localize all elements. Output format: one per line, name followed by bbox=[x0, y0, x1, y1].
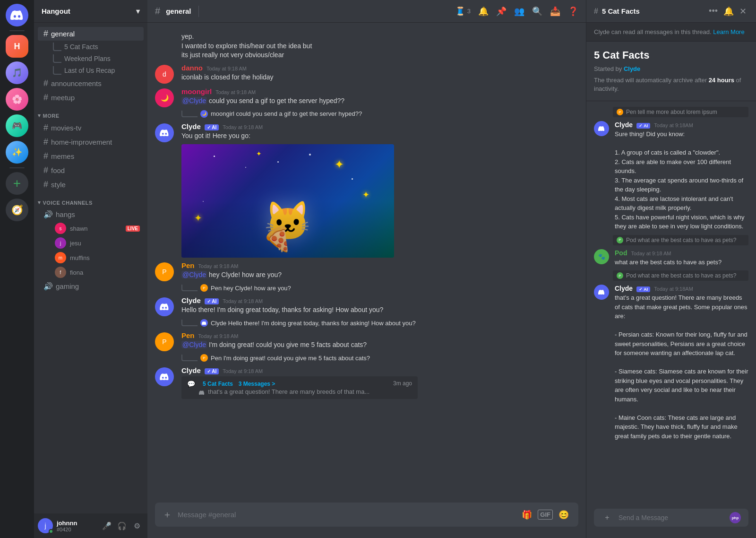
chat-input-box: ＋ 🎁 GIF 😊 bbox=[155, 503, 578, 527]
voice-user-avatar-jesu: j bbox=[55, 237, 66, 249]
thread-item-5-cat-facts[interactable]: 5 Cat Facts bbox=[38, 41, 144, 52]
message-group-clyde-thread: Clyde ✓ AI Today at 9:18 AM 💬 5 Cat Fact… bbox=[147, 364, 586, 401]
message-content-pen-ref-2: P Pen I'm doing great! could you give me… bbox=[181, 353, 578, 363]
search-button[interactable]: 🔍 bbox=[532, 6, 542, 17]
mention-clyde-1[interactable]: @Clyde bbox=[181, 97, 207, 104]
server-icon-2[interactable]: 🎵 bbox=[6, 61, 28, 84]
voice-user-fiona[interactable]: f fiona bbox=[38, 265, 144, 279]
thread-panel: # 5 Cat Facts ••• 🔔 ✕ Clyde can read all… bbox=[586, 0, 756, 538]
channel-item-movies-tv[interactable]: # movies-tv bbox=[38, 121, 144, 135]
thread-count: 3 bbox=[467, 8, 471, 15]
voice-user-muffins[interactable]: m muffins bbox=[38, 251, 144, 265]
thread-more-button[interactable]: ••• bbox=[707, 4, 720, 18]
channel-item-home-improvement[interactable]: # home-improvement bbox=[38, 135, 144, 149]
thread-notification-button[interactable]: 🔔 bbox=[722, 4, 736, 18]
channel-item-food[interactable]: # food bbox=[38, 164, 144, 177]
hash-icon-memes: # bbox=[43, 151, 48, 161]
thread-learn-more-link[interactable]: Learn More bbox=[713, 28, 744, 35]
message-text-clyde-2: Hello there! I'm doing great today, than… bbox=[181, 305, 578, 315]
channel-item-general[interactable]: # general bbox=[38, 27, 144, 41]
chevron-icon-voice: ▾ bbox=[38, 200, 41, 206]
gif-button[interactable]: GIF bbox=[538, 510, 553, 520]
message-group-pen-2: P Pen Today at 9:18 AM @Clyde I'm doing … bbox=[147, 330, 586, 353]
inbox-button[interactable]: 📥 bbox=[550, 6, 560, 17]
voice-user-shawn[interactable]: s shawn LIVE bbox=[38, 221, 144, 235]
message-text-pen-1: @Clyde hey Clyde! how are you? bbox=[181, 270, 578, 280]
message-avatar-clyde-1 bbox=[155, 123, 174, 142]
thread-close-button[interactable]: ✕ bbox=[738, 4, 748, 18]
message-timestamp-moongirl: Today at 9:18 AM bbox=[215, 89, 256, 95]
mention-clyde-pen-2[interactable]: @Clyde bbox=[181, 341, 207, 348]
chat-input-add-button[interactable]: ＋ bbox=[163, 503, 172, 527]
add-server-button[interactable]: + bbox=[6, 172, 28, 195]
thread-msg-pen-ref: P Pen tell me more about lorem ipsum bbox=[586, 105, 756, 119]
discover-button[interactable]: 🧭 bbox=[6, 199, 28, 221]
settings-button[interactable]: ⚙ bbox=[130, 519, 144, 532]
voice-channels-label: VOICE CHANNELS bbox=[43, 200, 93, 206]
message-content-pen-ref: P Pen hey Clyde! how are you? bbox=[181, 283, 578, 293]
mention-clyde-pen-1[interactable]: @Clyde bbox=[181, 271, 207, 278]
thread-input-add-button[interactable]: + bbox=[601, 512, 613, 523]
avatar-spacer bbox=[155, 109, 174, 119]
message-content-pen-2: Pen Today at 9:18 AM @Clyde I'm doing gr… bbox=[181, 331, 578, 351]
help-button[interactable]: ❓ bbox=[568, 6, 578, 17]
notifications-button[interactable]: 🔔 bbox=[478, 6, 489, 17]
thread-msg-avatar-clyde-2 bbox=[594, 285, 609, 300]
discord-home-icon[interactable] bbox=[6, 4, 28, 26]
channel-item-meetup[interactable]: # meetup bbox=[38, 91, 144, 104]
bell-icon: 🔔 bbox=[478, 6, 489, 17]
thread-embed-preview: that's a great question! There are many … bbox=[199, 388, 389, 395]
mute-button[interactable]: 🎤 bbox=[100, 519, 113, 532]
channel-name-movies-tv: movies-tv bbox=[51, 124, 81, 132]
thread-emoji-button[interactable]: php bbox=[730, 512, 741, 523]
voice-user-jesu[interactable]: j jesu bbox=[38, 236, 144, 250]
thread-item-weekend-plans[interactable]: Weekend Plans bbox=[38, 53, 144, 64]
thread-message-input[interactable] bbox=[619, 509, 724, 527]
thread-info-bar: Clyde can read all messages in this thre… bbox=[586, 23, 756, 42]
voice-channel-name-hangs: hangs bbox=[56, 210, 75, 218]
thread-reference-pen-2: P Pen I'm doing great! could you give me… bbox=[181, 353, 578, 363]
thread-embed-title: 5 Cat Facts 3 Messages > bbox=[199, 380, 389, 387]
archive-hours: 24 hours bbox=[709, 77, 734, 84]
voice-channel-gaming[interactable]: 🔊 gaming bbox=[38, 280, 144, 293]
voice-channel-hangs[interactable]: 🔊 hangs bbox=[38, 208, 144, 221]
gift-button[interactable]: 🎁 bbox=[520, 508, 534, 522]
message-group-danno: d danno Today at 9:18 AM iconlab is clos… bbox=[147, 62, 586, 86]
thread-embed-5-cat-facts[interactable]: 💬 5 Cat Facts 3 Messages > that's a grea… bbox=[181, 376, 418, 399]
message-group-moongirl: 🌙 moongirl Today at 9:18 AM @Clyde could… bbox=[147, 86, 586, 109]
pin-button[interactable]: 📌 bbox=[496, 6, 507, 17]
server-name-header[interactable]: Hangout ▾ bbox=[34, 0, 147, 23]
thread-ref-text-pen: Pen tell me more about lorem ipsum bbox=[626, 109, 717, 115]
thread-item-last-of-us-recap[interactable]: Last of Us Recap bbox=[38, 65, 144, 76]
channel-item-memes[interactable]: # memes bbox=[38, 149, 144, 163]
emoji-button[interactable]: 😊 bbox=[557, 508, 571, 522]
thread-msg-text-pod: what are the best cats to have as pets? bbox=[615, 258, 748, 267]
channel-item-announcements[interactable]: # announcements bbox=[38, 77, 144, 90]
message-group-continuation: yep. I wanted to explore this/hear out t… bbox=[147, 30, 586, 62]
server-icon-4[interactable]: 🎮 bbox=[6, 114, 28, 137]
server-icon-hangout[interactable]: H bbox=[6, 35, 28, 58]
voice-user-name-shawn: shawn bbox=[70, 225, 88, 232]
members-button[interactable]: 👥 bbox=[514, 6, 524, 17]
thread-name-5-cat-facts: 5 Cat Facts bbox=[64, 43, 98, 51]
message-group-clyde-ref: Clyde Hello there! I'm doing great today… bbox=[147, 318, 586, 330]
thread-reference-clyde: Clyde Hello there! I'm doing great today… bbox=[181, 318, 578, 328]
voice-category[interactable]: ▾ VOICE CHANNELS bbox=[34, 192, 147, 208]
server-icon-5[interactable]: ✨ bbox=[6, 141, 28, 164]
more-category[interactable]: ▾ MORE bbox=[34, 105, 147, 121]
chat-message-input[interactable] bbox=[178, 505, 514, 524]
thread-msg-pod: 🐾 Pod Today at 9:18 AM what are the best… bbox=[586, 247, 756, 269]
voice-user-avatar-shawn: s bbox=[55, 223, 66, 234]
chevron-icon-more: ▾ bbox=[38, 113, 41, 119]
channel-item-style[interactable]: # style bbox=[38, 178, 144, 191]
hash-icon-home: # bbox=[43, 137, 48, 147]
message-timestamp-danno: Today at 9:18 AM bbox=[206, 66, 247, 71]
message-header-danno: danno Today at 9:18 AM bbox=[181, 64, 578, 72]
header-actions: 🧵 3 🔔 📌 👥 🔍 📥 ❓ bbox=[455, 6, 578, 17]
server-icon-3[interactable]: 🌸 bbox=[6, 88, 28, 111]
hash-icon-food: # bbox=[43, 165, 48, 175]
deafen-button[interactable]: 🎧 bbox=[115, 519, 129, 532]
threads-button[interactable]: 🧵 3 bbox=[455, 6, 471, 17]
server-rail-divider bbox=[9, 30, 25, 31]
current-user-avatar: j bbox=[38, 518, 53, 533]
